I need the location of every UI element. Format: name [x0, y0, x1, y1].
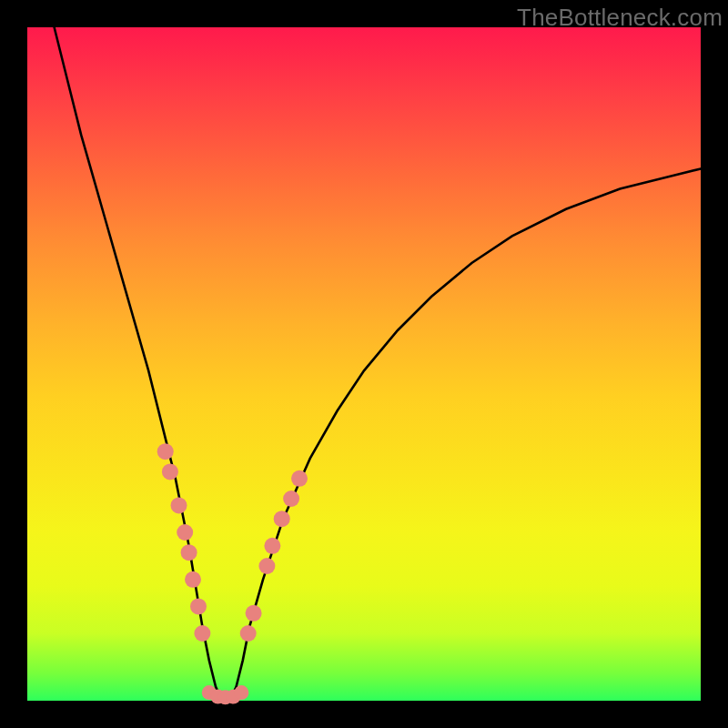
data-dot [194, 625, 210, 642]
data-dot [185, 571, 201, 588]
data-dot [162, 463, 178, 480]
data-dot [171, 497, 187, 513]
data-dot [264, 538, 280, 554]
dots-left-branch [157, 443, 211, 642]
data-dot [177, 524, 193, 541]
data-dot [181, 544, 197, 561]
data-dot [291, 470, 308, 487]
data-dot [157, 443, 174, 460]
watermark-text: TheBottleneck.com [517, 4, 723, 32]
data-dot [258, 558, 275, 574]
bottleneck-curve [55, 27, 701, 701]
data-dot [240, 625, 257, 642]
data-dot [283, 490, 299, 507]
data-dot [234, 685, 248, 700]
data-dot [190, 598, 207, 614]
data-dot [274, 511, 290, 527]
dots-right-branch [240, 470, 308, 642]
data-dot [246, 605, 262, 622]
dots-bottom [202, 685, 248, 704]
chart-stage: TheBottleneck.com [0, 0, 728, 728]
chart-overlay [27, 27, 701, 701]
